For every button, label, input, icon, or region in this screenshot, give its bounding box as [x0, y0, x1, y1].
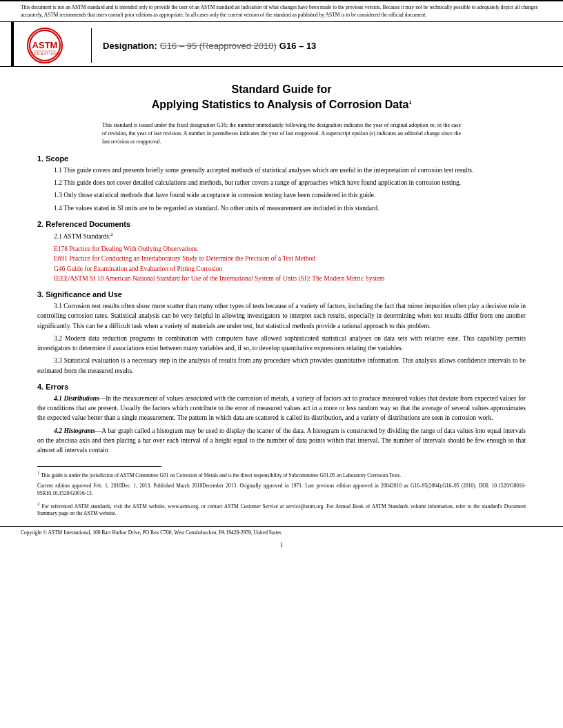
section-4: 4. Errors 4.1 Distributions—In the measu… — [37, 383, 526, 456]
section-3-p1: 3.1 Corrosion test results often show mo… — [37, 301, 526, 331]
section-2-title: 2. Referenced Documents — [37, 220, 526, 228]
section-1-p1: 1.1 This guide covers and presents brief… — [37, 165, 526, 175]
ref-link-2[interactable]: G46 Guide for Examination and Evaluation… — [54, 265, 222, 272]
designation-label: Designation: — [103, 41, 157, 51]
footnotes-section: 1 This guide is under the jurisdiction o… — [0, 463, 563, 521]
section-4-p1-body: —In the measurement of values associated… — [37, 395, 526, 422]
section-2-superscript: 2 — [111, 232, 114, 237]
svg-text:INTERNATIONAL: INTERNATIONAL — [28, 52, 61, 56]
fn1-label: 1 — [37, 470, 40, 476]
designation-old: G16 – 95 (Reapproved 2010) — [160, 41, 277, 51]
astm-logo-svg: ASTM INTERNATIONAL — [28, 29, 61, 62]
fn1-text: This guide is under the jurisdiction of … — [41, 472, 401, 478]
main-content: Standard Guide for Applying Statistics t… — [0, 67, 563, 463]
section-3-title: 3. Significance and Use — [37, 290, 526, 299]
section-3-p2: 3.2 Modern data reduction programs in co… — [37, 334, 526, 354]
page: This document is not an ASTM standard an… — [0, 0, 563, 728]
references-list: E178 Practice for Dealing With Outlying … — [37, 244, 526, 283]
astm-logo: ASTM INTERNATIONAL — [27, 28, 63, 63]
section-3-p3: 3.3 Statistical evaluation is a necessar… — [37, 356, 526, 376]
ref-item-2: G46 Guide for Examination and Evaluation… — [54, 264, 526, 274]
standard-notice-box: This standard is issued under the fixed … — [102, 121, 461, 146]
footnote-1: 1 This guide is under the jurisdiction o… — [37, 469, 526, 479]
designation-new: G16 – 13 — [279, 41, 317, 51]
section-4-p2-body: —A bar graph called a histogram may be u… — [37, 427, 526, 454]
section-1-title: 1. Scope — [37, 154, 526, 163]
ref-link-0[interactable]: E178 Practice for Dealing With Outlying … — [54, 245, 197, 252]
top-notice: This document is not an ASTM standard an… — [0, 0, 563, 22]
section-1: 1. Scope 1.1 This guide covers and prese… — [37, 154, 526, 213]
title-superscript: 1 — [408, 100, 411, 105]
document-title: Standard Guide for Applying Statistics t… — [37, 82, 526, 113]
logo-area: ASTM INTERNATIONAL — [21, 28, 69, 63]
section-4-p2-head: 4.2 Histograms — [54, 427, 95, 434]
svg-text:ASTM: ASTM — [32, 40, 58, 50]
fn1-current-text: Current edition approved Feb. 1, 2010Dec… — [37, 483, 526, 496]
fn2-text: For referenced ASTM standards, visit the… — [37, 503, 526, 516]
section-1-p4: 1.4 The values stated in SI units are to… — [37, 203, 526, 213]
ref-link-3[interactable]: IEEE/ASTM SI 10 American National Standa… — [54, 275, 384, 282]
header: ASTM INTERNATIONAL Designation: G16 – 95… — [0, 22, 563, 67]
section-3: 3. Significance and Use 3.1 Corrosion te… — [37, 290, 526, 376]
section-4-p2: 4.2 Histograms—A bar graph called a hist… — [37, 426, 526, 456]
ref-link-1[interactable]: E691 Practice for Conducting an Interlab… — [54, 255, 315, 262]
ref-item-1: E691 Practice for Conducting an Interlab… — [54, 254, 526, 263]
ref-item-0: E178 Practice for Dealing With Outlying … — [54, 244, 526, 254]
standard-notice-text: This standard is issued under the fixed … — [102, 121, 461, 146]
section-1-p3: 1.3 Only those statistical methods that … — [37, 190, 526, 200]
section-4-p1: 4.1 Distributions—In the measurement of … — [37, 394, 526, 423]
top-notice-text: This document is not an ASTM standard an… — [21, 4, 538, 18]
footnote-divider — [37, 466, 161, 467]
section-4-p1-head: 4.1 Distributions — [54, 395, 99, 402]
left-bar-marker — [11, 22, 14, 66]
footnote-2: 2 For referenced ASTM standards, visit t… — [37, 501, 526, 518]
section-4-title: 4. Errors — [37, 383, 526, 391]
title-heading: Standard Guide for Applying Statistics t… — [37, 82, 526, 113]
copyright-bar: Copyright © ASTM International, 100 Barr… — [0, 526, 563, 538]
copyright-text: Copyright © ASTM International, 100 Barr… — [21, 529, 282, 536]
section-1-p2: 1.2 This guide does not cover detailed c… — [37, 178, 526, 188]
section-2-label: 2.1 ASTM Standards:2 — [37, 231, 526, 241]
ref-item-3: IEEE/ASTM SI 10 American National Standa… — [54, 274, 526, 283]
fn2-label: 2 — [37, 501, 40, 507]
header-divider — [91, 28, 92, 63]
section-2: 2. Referenced Documents 2.1 ASTM Standar… — [37, 220, 526, 283]
footnote-1-current: Current edition approved Feb. 1, 2010Dec… — [37, 482, 526, 498]
designation: Designation: G16 – 95 (Reapproved 2010) … — [103, 41, 316, 51]
page-number: 1 — [0, 541, 563, 548]
